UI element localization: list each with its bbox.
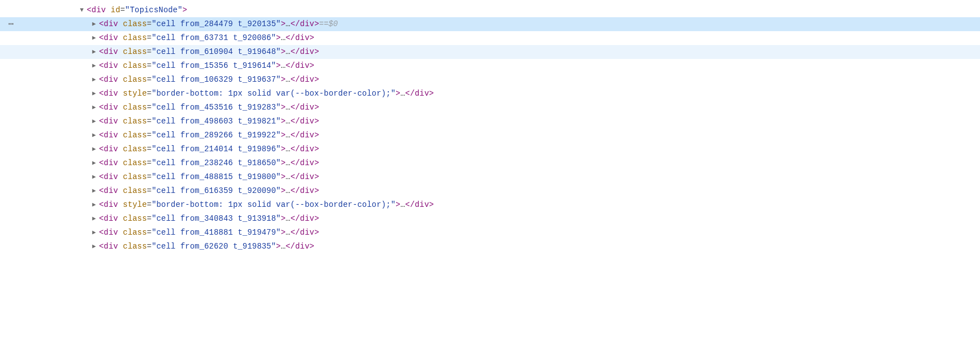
- code-token: =: [147, 47, 152, 56]
- code-token: >: [314, 186, 319, 195]
- code-token: <: [99, 61, 104, 70]
- dom-tree-row[interactable]: ▶<div style="border-bottom: 1px solid va…: [0, 198, 980, 212]
- dom-tree-row[interactable]: ▶<div class="cell from_453516 t_919283">…: [0, 101, 980, 115]
- element-tag[interactable]: <div style="border-bottom: 1px solid var…: [99, 199, 434, 211]
- row-gutter[interactable]: ⋯: [0, 18, 22, 31]
- code-token: …: [286, 19, 291, 28]
- element-tag[interactable]: <div class="cell from_418881 t_919479">……: [99, 227, 319, 239]
- dom-tree-row[interactable]: ▶<div class="cell from_214014 t_919896">…: [0, 142, 980, 156]
- code-token: >: [281, 158, 286, 167]
- code-token: …: [286, 131, 291, 140]
- dom-tree-row[interactable]: ▶<div class="cell from_106329 t_919637">…: [0, 73, 980, 87]
- element-tag[interactable]: <div class="cell from_284479 t_920135">……: [99, 18, 319, 30]
- code-token: "cell from_284479 t_920135": [152, 19, 281, 28]
- chevron-right-icon[interactable]: ▶: [90, 89, 98, 98]
- code-token: style: [123, 89, 147, 98]
- code-token: >: [310, 242, 315, 251]
- code-token: </: [405, 89, 415, 98]
- element-tag[interactable]: <div class="cell from_289266 t_919922">……: [99, 130, 319, 141]
- ellipsis-icon[interactable]: ⋯: [8, 18, 14, 31]
- chevron-right-icon[interactable]: ▶: [90, 145, 98, 154]
- element-tag[interactable]: <div class="cell from_238246 t_918650">……: [99, 157, 319, 169]
- code-token: div: [104, 200, 118, 209]
- code-token: <: [99, 228, 104, 237]
- element-tag[interactable]: <div class="cell from_610904 t_919648">……: [99, 46, 319, 58]
- chevron-right-icon[interactable]: ▶: [90, 158, 98, 168]
- element-tag[interactable]: <div class="cell from_453516 t_919283">……: [99, 102, 319, 113]
- code-token: div: [300, 19, 314, 28]
- dom-tree-row[interactable]: ▼<div id="TopicsNode">: [0, 3, 980, 17]
- chevron-right-icon[interactable]: ▶: [90, 117, 98, 126]
- code-token: div: [295, 242, 310, 251]
- chevron-right-icon[interactable]: ▶: [90, 186, 98, 196]
- element-tag[interactable]: <div class="cell from_340843 t_913918">……: [99, 213, 319, 225]
- code-token: class: [123, 172, 147, 181]
- dom-tree-row[interactable]: ▶<div class="cell from_238246 t_918650">…: [0, 156, 980, 170]
- code-token: class: [123, 242, 147, 251]
- code-token: class: [123, 61, 147, 70]
- dom-tree-row[interactable]: ⋯▶<div class="cell from_284479 t_920135"…: [0, 17, 980, 31]
- code-token: </: [286, 61, 295, 70]
- code-token: =: [147, 117, 152, 126]
- code-token: [118, 200, 123, 209]
- dom-tree-row[interactable]: ▶<div class="cell from_616359 t_920090">…: [0, 184, 980, 198]
- code-token: [118, 75, 123, 84]
- code-token: >: [314, 228, 319, 237]
- chevron-right-icon[interactable]: ▶: [90, 131, 98, 140]
- code-token: </: [290, 172, 300, 181]
- code-token: [118, 158, 123, 167]
- element-tag[interactable]: <div class="cell from_63731 t_920086">…<…: [99, 32, 314, 44]
- chevron-right-icon[interactable]: ▶: [90, 61, 98, 71]
- chevron-right-icon[interactable]: ▶: [90, 200, 98, 210]
- code-token: div: [300, 214, 314, 223]
- code-token: div: [104, 186, 118, 195]
- code-token: "cell from_488815 t_919800": [152, 172, 281, 181]
- chevron-right-icon[interactable]: ▶: [90, 242, 98, 251]
- code-token: class: [123, 214, 147, 223]
- code-token: >: [314, 145, 319, 153]
- dom-tree-row[interactable]: ▶<div class="cell from_418881 t_919479">…: [0, 226, 980, 240]
- code-token: >: [281, 131, 286, 140]
- dom-tree-row[interactable]: ▶<div class="cell from_610904 t_919648">…: [0, 45, 980, 59]
- code-token: div: [295, 33, 310, 42]
- code-token: …: [281, 61, 286, 70]
- element-tag[interactable]: <div class="cell from_498603 t_919821">……: [99, 116, 319, 127]
- element-tag[interactable]: <div class="cell from_62620 t_919835">…<…: [99, 241, 314, 252]
- dom-tree-row[interactable]: ▶<div style="border-bottom: 1px solid va…: [0, 87, 980, 101]
- code-token: <: [99, 19, 104, 28]
- dom-tree-row[interactable]: ▶<div class="cell from_63731 t_920086">……: [0, 31, 980, 45]
- dom-tree-row[interactable]: ▶<div class="cell from_289266 t_919922">…: [0, 128, 980, 142]
- dom-tree-row[interactable]: ▶<div class="cell from_62620 t_919835">……: [0, 240, 980, 254]
- code-token: "cell from_15356 t_919614": [152, 61, 276, 70]
- element-tag[interactable]: <div class="cell from_106329 t_919637">……: [99, 74, 319, 86]
- chevron-right-icon[interactable]: ▶: [90, 228, 98, 237]
- code-token: =: [147, 172, 152, 181]
- element-tag[interactable]: <div class="cell from_488815 t_919800">……: [99, 171, 319, 183]
- code-token: <: [99, 200, 104, 209]
- code-token: </: [290, 228, 300, 237]
- dom-tree-row[interactable]: ▶<div class="cell from_15356 t_919614">……: [0, 59, 980, 73]
- code-token: [118, 89, 123, 98]
- dom-tree-row[interactable]: ▶<div class="cell from_498603 t_919821">…: [0, 115, 980, 128]
- code-token: </: [290, 145, 300, 153]
- dom-tree-row[interactable]: ▶<div class="cell from_340843 t_913918">…: [0, 212, 980, 226]
- element-tag[interactable]: <div id="TopicsNode">: [87, 4, 187, 16]
- code-token: "cell from_62620 t_919835": [152, 242, 276, 251]
- code-token: >: [281, 228, 286, 237]
- dom-tree[interactable]: ▼<div id="TopicsNode">⋯▶<div class="cell…: [0, 0, 980, 254]
- chevron-right-icon[interactable]: ▶: [90, 214, 98, 224]
- code-token: …: [286, 117, 291, 126]
- element-tag[interactable]: <div class="cell from_15356 t_919614">…<…: [99, 60, 314, 72]
- chevron-right-icon[interactable]: ▶: [90, 47, 98, 57]
- chevron-right-icon[interactable]: ▶: [90, 103, 98, 112]
- chevron-right-icon[interactable]: ▶: [90, 75, 98, 85]
- chevron-down-icon[interactable]: ▼: [78, 6, 86, 15]
- element-tag[interactable]: <div style="border-bottom: 1px solid var…: [99, 88, 434, 100]
- code-token: >: [314, 47, 319, 56]
- chevron-right-icon[interactable]: ▶: [90, 19, 98, 29]
- chevron-right-icon[interactable]: ▶: [90, 172, 98, 182]
- element-tag[interactable]: <div class="cell from_616359 t_920090">……: [99, 185, 319, 197]
- element-tag[interactable]: <div class="cell from_214014 t_919896">……: [99, 143, 319, 155]
- chevron-right-icon[interactable]: ▶: [90, 33, 98, 43]
- dom-tree-row[interactable]: ▶<div class="cell from_488815 t_919800">…: [0, 170, 980, 184]
